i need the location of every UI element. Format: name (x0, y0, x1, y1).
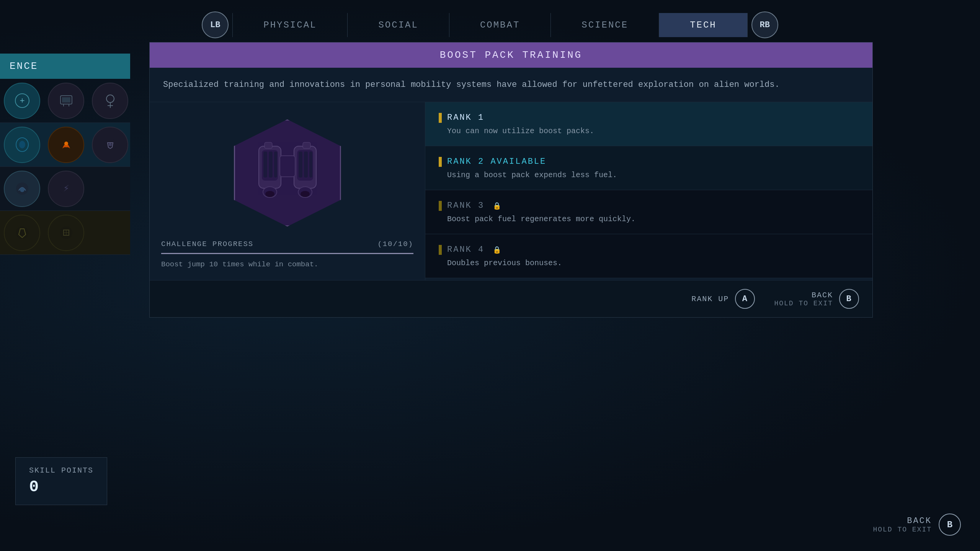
rank-2-header: RANK 2 AVAILABLE (439, 157, 859, 167)
nav-tabs-container: PHYSICAL SOCIAL COMBAT SCIENCE TECH (232, 13, 748, 37)
back-sublabel: HOLD TO EXIT (774, 300, 833, 307)
skill-hexagon (228, 114, 347, 232)
svg-rect-38 (265, 142, 272, 148)
rank-item-4: RANK 4 🔒 Doubles previous bonuses. (425, 234, 872, 278)
svg-rect-30 (299, 152, 302, 178)
svg-rect-27 (274, 152, 277, 178)
challenge-title: CHALLENGE PROGRESS (161, 240, 253, 248)
skill-detail-panel: BOOST PACK TRAINING Specialized training… (149, 42, 873, 318)
challenge-count: (10/10) (377, 240, 413, 248)
rank-3-bar (439, 201, 442, 211)
rank-3-lock-icon: 🔒 (493, 202, 501, 210)
ranks-section: RANK 1 You can now utilize boost packs. … (425, 102, 872, 280)
challenge-label-row: CHALLENGE PROGRESS (10/10) (161, 240, 413, 248)
rank-1-label: RANK 1 (447, 113, 484, 122)
svg-point-14 (109, 143, 112, 146)
panel-description: Specialized training and innovations in … (150, 68, 872, 102)
lb-button[interactable]: LB (202, 11, 229, 38)
rank-4-label: RANK 4 (447, 245, 484, 254)
rank-1-header: RANK 1 (439, 113, 859, 123)
challenge-description: Boost jump 10 times while in combat. (161, 260, 413, 269)
rank-3-description: Boost pack fuel regenerates more quickly… (447, 215, 859, 223)
bottom-back-label-group: BACK HOLD TO EXIT (873, 516, 932, 533)
svg-point-19 (16, 227, 28, 239)
skill-row-3[interactable]: ⚡ (0, 167, 130, 211)
rank-1-description: You can now utilize boost packs. (447, 127, 859, 135)
rank-4-bar (439, 245, 442, 255)
sidebar-header: ENCE (0, 54, 130, 79)
svg-point-12 (64, 142, 68, 145)
tab-combat[interactable]: COMBAT (449, 13, 551, 37)
svg-rect-31 (304, 152, 308, 178)
svg-rect-26 (269, 152, 273, 178)
svg-point-6 (106, 95, 114, 103)
tab-tech[interactable]: TECH (659, 13, 748, 37)
bottom-back-label: BACK (907, 516, 932, 526)
svg-text:⚡: ⚡ (63, 183, 69, 194)
tab-science[interactable]: SCIENCE (551, 13, 659, 37)
main-panel: BOOST PACK TRAINING Specialized training… (149, 42, 873, 318)
rank-2-description: Using a boost pack expends less fuel. (447, 171, 859, 179)
rank-item-3: RANK 3 🔒 Boost pack fuel regenerates mor… (425, 190, 872, 234)
challenge-progress-bar (161, 253, 413, 254)
skill-icon-4b[interactable] (48, 215, 84, 251)
skill-icon-3a[interactable] (4, 171, 40, 207)
skill-icon-1c[interactable] (92, 83, 128, 119)
skill-image-section: CHALLENGE PROGRESS (10/10) Boost jump 10… (150, 102, 425, 280)
skill-points-label: SKILL POINTS (29, 466, 93, 475)
back-label: BACK (812, 291, 833, 300)
rank-item-1[interactable]: RANK 1 You can now utilize boost packs. (425, 102, 872, 146)
skill-row-1[interactable]: + (0, 79, 130, 123)
svg-rect-39 (303, 142, 310, 148)
rank-up-control[interactable]: RANK UP A (691, 289, 755, 309)
skill-points-value: 0 (29, 478, 93, 496)
back-button[interactable]: B (839, 289, 859, 309)
skill-icon-2a[interactable] (4, 127, 40, 163)
svg-rect-32 (309, 152, 312, 178)
skill-icon-1a[interactable]: + (4, 83, 40, 119)
panel-title: BOOST PACK TRAINING (150, 42, 872, 68)
svg-text:+: + (20, 96, 24, 106)
tab-social[interactable]: SOCIAL (348, 13, 449, 37)
back-control[interactable]: BACK HOLD TO EXIT B (774, 289, 859, 309)
skill-row-4[interactable] (0, 211, 130, 255)
svg-rect-3 (62, 97, 70, 103)
rb-button[interactable]: RB (751, 11, 778, 38)
svg-rect-33 (280, 156, 295, 177)
rank-4-lock-icon: 🔒 (493, 246, 501, 254)
skill-icon-2b[interactable] (48, 127, 84, 163)
back-label-group: BACK HOLD TO EXIT (774, 291, 833, 307)
bottom-back-control[interactable]: BACK HOLD TO EXIT B (873, 514, 961, 536)
skill-icon-2c[interactable] (92, 127, 128, 163)
skill-icon-4a[interactable] (4, 215, 40, 251)
svg-point-10 (19, 141, 25, 148)
svg-point-37 (301, 191, 310, 197)
bottom-back-button[interactable]: B (939, 514, 961, 536)
boost-pack-svg (251, 135, 324, 211)
svg-rect-25 (263, 152, 267, 178)
rank-2-label: RANK 2 AVAILABLE (447, 157, 546, 166)
skill-points-panel: SKILL POINTS 0 (15, 457, 107, 505)
panel-body: CHALLENGE PROGRESS (10/10) Boost jump 10… (150, 102, 872, 280)
hex-icon-shape (234, 119, 341, 227)
top-navigation: LB PHYSICAL SOCIAL COMBAT SCIENCE TECH R… (0, 11, 980, 38)
rank-2-bar (439, 157, 442, 167)
rank-1-bar (439, 113, 442, 123)
skill-row-2[interactable] (0, 123, 130, 167)
rank-3-label: RANK 3 (447, 201, 484, 210)
rank-3-header: RANK 3 🔒 (439, 201, 859, 211)
skill-icon-1b[interactable] (48, 83, 84, 119)
rank-4-description: Doubles previous bonuses. (447, 259, 859, 267)
rank-up-label: RANK UP (691, 295, 729, 303)
rank-4-header: RANK 4 🔒 (439, 245, 859, 255)
bottom-back-sublabel: HOLD TO EXIT (873, 526, 932, 533)
rank-item-2[interactable]: RANK 2 AVAILABLE Using a boost pack expe… (425, 146, 872, 190)
rank-up-button[interactable]: A (735, 289, 755, 309)
bottom-controls: RANK UP A BACK HOLD TO EXIT B (150, 280, 872, 317)
svg-point-16 (20, 187, 24, 192)
challenge-section: CHALLENGE PROGRESS (10/10) Boost jump 10… (161, 232, 413, 269)
skill-icon-3b[interactable]: ⚡ (48, 171, 84, 207)
tab-physical[interactable]: PHYSICAL (232, 13, 348, 37)
svg-point-35 (265, 191, 274, 197)
